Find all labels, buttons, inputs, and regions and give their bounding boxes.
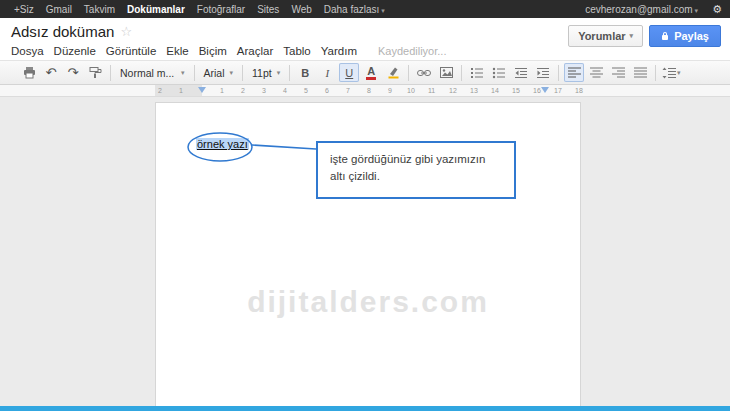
ruler-number: 3 [262, 87, 266, 94]
topbar-item-gmail[interactable]: Gmail [40, 4, 78, 15]
topbar-item-web[interactable]: Web [285, 4, 317, 15]
numbered-list-button[interactable] [467, 63, 487, 82]
chevron-down-icon: ▾ [695, 7, 699, 14]
chevron-down-icon: ▾ [277, 69, 281, 77]
document-text[interactable]: örnek yazı [196, 138, 249, 150]
header-buttons: Yorumlar ▾ Paylaş [568, 25, 721, 47]
ruler-number: 16 [533, 87, 541, 94]
watermark-text: dijitalders.com [156, 285, 580, 319]
font-size-dropdown[interactable]: 11pt ▾ [247, 63, 285, 82]
numbered-list-icon [470, 67, 484, 79]
chevron-down-icon: ▾ [181, 69, 185, 77]
bottom-bar [0, 406, 730, 411]
star-icon[interactable]: ☆ [120, 24, 132, 39]
insert-link-button[interactable] [414, 63, 434, 82]
ruler-number: 2 [241, 87, 245, 94]
ruler-number: 1 [179, 87, 183, 94]
ruler: 2 1 1 2 3 4 5 6 7 8 9 10 11 12 13 14 15 … [0, 85, 730, 97]
insert-image-button[interactable] [436, 63, 456, 82]
ruler-number: 7 [346, 87, 350, 94]
ruler-number: 15 [512, 87, 520, 94]
settings-gear-icon[interactable]: ⚙ [712, 3, 722, 16]
chevron-down-icon: ▾ [381, 7, 385, 14]
annotation-callout-box: işte gördüğünüz gibi yazımızın altı çizi… [316, 141, 516, 199]
ruler-number: 9 [388, 87, 392, 94]
document-page[interactable]: örnek yazı işte gördüğünüz gibi yazımızı… [155, 102, 581, 406]
ruler-number: 17 [554, 87, 562, 94]
ruler-number: 5 [304, 87, 308, 94]
topbar-item-plus-siz[interactable]: +Siz [8, 4, 40, 15]
menu-bar: Dosya Düzenle Görüntüle Ekle Biçim Araçl… [6, 44, 446, 58]
right-indent-marker[interactable] [541, 87, 549, 93]
topbar-item-takvim[interactable]: Takvim [78, 4, 121, 15]
bold-button[interactable]: B [295, 63, 315, 82]
align-center-button[interactable] [586, 63, 606, 82]
text-color-button[interactable]: A [361, 63, 381, 82]
indent-icon [536, 67, 550, 79]
document-canvas: örnek yazı işte gördüğünüz gibi yazımızı… [0, 97, 730, 406]
doc-header: Adsız doküman ☆ Dosya Düzenle Görüntüle … [0, 18, 730, 60]
font-family-dropdown[interactable]: Arial ▾ [199, 63, 239, 82]
lock-icon [661, 31, 669, 41]
redo-button[interactable]: ↷ [63, 63, 83, 82]
doc-title[interactable]: Adsız doküman [11, 23, 114, 40]
indent-button[interactable] [533, 63, 553, 82]
ruler-number: 12 [449, 87, 457, 94]
google-bar: +Siz Gmail Takvim Dokümanlar Fotoğraflar… [0, 0, 730, 18]
ruler-number: 1 [220, 87, 224, 94]
paint-format-button[interactable] [85, 63, 105, 82]
topbar-item-sites[interactable]: Sites [251, 4, 285, 15]
align-left-button[interactable] [564, 63, 584, 82]
menu-duzenle[interactable]: Düzenle [49, 44, 101, 58]
chevron-down-icon: ▾ [630, 32, 634, 40]
bullet-list-button[interactable] [489, 63, 509, 82]
line-spacing-button[interactable]: ▾ [661, 63, 681, 82]
align-left-icon [568, 67, 581, 78]
justify-icon [634, 67, 647, 78]
undo-button[interactable]: ↶ [41, 63, 61, 82]
outdent-button[interactable] [511, 63, 531, 82]
italic-button[interactable]: I [317, 63, 337, 82]
justify-button[interactable] [630, 63, 650, 82]
text-color-icon: A [366, 66, 376, 80]
menu-dosya[interactable]: Dosya [6, 44, 49, 58]
topbar-item-dokumanlar[interactable]: Dokümanlar [121, 4, 191, 15]
ruler-number: 14 [491, 87, 499, 94]
align-right-button[interactable] [608, 63, 628, 82]
bullet-list-icon [492, 67, 506, 79]
underline-button[interactable]: U [339, 63, 359, 82]
menu-bicim[interactable]: Biçim [194, 44, 232, 58]
highlighter-icon [387, 66, 400, 79]
menu-ekle[interactable]: Ekle [161, 44, 193, 58]
left-indent-marker[interactable] [198, 87, 206, 93]
chevron-down-icon: ▾ [230, 69, 234, 77]
ruler-number: 4 [283, 87, 287, 94]
comments-button[interactable]: Yorumlar ▾ [568, 25, 643, 47]
align-right-icon [612, 67, 625, 78]
topbar-item-fotograflar[interactable]: Fotoğraflar [191, 4, 251, 15]
topbar-more-menu[interactable]: Daha fazlası▾ [318, 4, 391, 15]
print-icon [23, 66, 36, 79]
align-center-icon [590, 67, 603, 78]
print-button[interactable] [19, 63, 39, 82]
menu-goruntule[interactable]: Görüntüle [101, 44, 162, 58]
ruler-number: 6 [325, 87, 329, 94]
ruler-number: 10 [407, 87, 415, 94]
ruler-number: 18 [575, 87, 583, 94]
ruler-number: 2 [158, 87, 162, 94]
link-icon [417, 68, 431, 78]
ruler-number: 8 [367, 87, 371, 94]
share-button[interactable]: Paylaş [649, 25, 721, 47]
paint-roller-icon [89, 66, 102, 79]
image-icon [440, 67, 453, 78]
menu-tablo[interactable]: Tablo [278, 44, 316, 58]
chevron-down-icon: ▾ [677, 69, 681, 77]
menu-yardim[interactable]: Yardım [316, 44, 362, 58]
format-toolbar: ↶ ↷ Normal m... ▾ Arial ▾ 11pt ▾ B I U A [0, 60, 730, 85]
paragraph-styles-dropdown[interactable]: Normal m... ▾ [115, 63, 190, 82]
menu-araclar[interactable]: Araçlar [232, 44, 278, 58]
account-menu[interactable]: cevherozan@gmail.com▾ [579, 4, 704, 15]
highlight-color-button[interactable] [383, 63, 403, 82]
title-row: Adsız doküman ☆ [11, 23, 132, 40]
outdent-icon [514, 67, 528, 79]
